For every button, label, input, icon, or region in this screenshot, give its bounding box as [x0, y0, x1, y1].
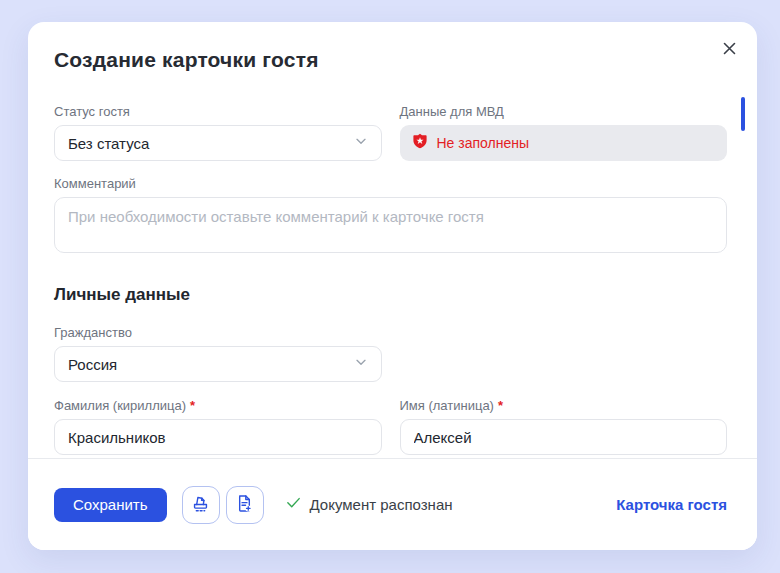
required-asterisk: * [190, 398, 195, 413]
citizenship-field: Гражданство Россия [54, 325, 382, 382]
guest-card-create-modal: Создание карточки гостя Статус гостя Без… [28, 22, 757, 550]
modal-footer: Сохранить [28, 458, 757, 550]
last-name-label-text: Фамилия (кириллица) [54, 398, 186, 413]
comment-input[interactable] [54, 197, 727, 253]
mvd-data-label: Данные для МВД [400, 104, 728, 119]
add-document-icon [234, 493, 255, 517]
status-mvd-row: Статус гостя Без статуса Данные для МВД [54, 104, 727, 161]
first-name-field: Имя (латиница) * [400, 398, 728, 455]
comment-field: Комментарий [54, 176, 727, 257]
citizenship-label: Гражданство [54, 325, 382, 340]
police-badge-icon [412, 133, 428, 153]
scrollbar-thumb[interactable] [741, 97, 745, 131]
chevron-down-icon [353, 354, 369, 374]
modal-title: Создание карточки гостя [54, 48, 727, 72]
mvd-data-field: Данные для МВД Не заполнены [400, 104, 728, 161]
print-button[interactable] [182, 486, 220, 524]
save-button[interactable]: Сохранить [54, 488, 167, 522]
modal-body: Создание карточки гостя Статус гостя Без… [28, 22, 757, 458]
document-recognized-status: Документ распознан [285, 494, 453, 515]
citizenship-value: Россия [68, 356, 117, 373]
name-fields-row: Фамилия (кириллица) * Имя (латиница) * [54, 398, 727, 455]
first-name-input[interactable] [400, 419, 728, 455]
citizenship-select[interactable]: Россия [54, 346, 382, 382]
close-button[interactable] [717, 38, 741, 62]
last-name-input[interactable] [54, 419, 382, 455]
mvd-badge-text: Не заполнены [437, 135, 530, 151]
comment-label: Комментарий [54, 176, 727, 191]
check-icon [285, 494, 302, 515]
first-name-label: Имя (латиница) * [400, 398, 728, 413]
guest-status-select[interactable]: Без статуса [54, 125, 382, 161]
guest-card-link[interactable]: Карточка гостя [616, 496, 727, 513]
last-name-label: Фамилия (кириллица) * [54, 398, 382, 413]
guest-status-value: Без статуса [68, 135, 149, 152]
guest-status-label: Статус гостя [54, 104, 382, 119]
last-name-field: Фамилия (кириллица) * [54, 398, 382, 455]
mvd-status-badge[interactable]: Не заполнены [400, 125, 728, 161]
chevron-down-icon [353, 133, 369, 153]
close-icon [722, 41, 737, 59]
document-status-text: Документ распознан [310, 496, 453, 513]
personal-data-heading: Личные данные [54, 285, 727, 305]
print-icon [190, 493, 211, 517]
scan-document-button[interactable] [226, 486, 264, 524]
first-name-label-text: Имя (латиница) [400, 398, 494, 413]
required-asterisk: * [498, 398, 503, 413]
guest-status-field: Статус гостя Без статуса [54, 104, 382, 161]
